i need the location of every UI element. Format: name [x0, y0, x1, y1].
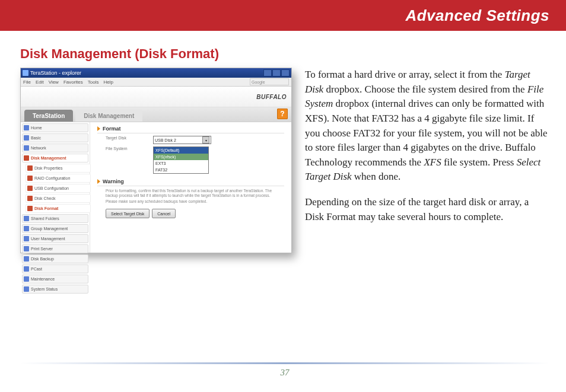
window-titlebar: TeraStation - explorer	[21, 68, 291, 78]
body-text: To format a hard drive or array, select …	[305, 68, 549, 253]
sidebar-item-disk-properties[interactable]: Disk Properties	[26, 164, 91, 173]
disk-icon	[27, 176, 33, 181]
search-box[interactable]: Google	[250, 78, 289, 85]
sidebar-item-home[interactable]: Home	[22, 123, 88, 132]
target-disk-label: Target Disk	[106, 136, 153, 140]
close-button[interactable]	[281, 69, 290, 77]
sidebar-item-label: System Status	[31, 287, 58, 291]
folder-icon	[24, 246, 29, 251]
sidebar-item-pcast[interactable]: PCast	[22, 264, 88, 273]
button-row: Select Target Disk Cancel	[106, 209, 284, 218]
sidebar-item-disk-management[interactable]: Disk Management	[22, 154, 88, 162]
page-number: 37	[20, 368, 549, 378]
folder-icon	[24, 145, 29, 151]
row-target-disk: Target Disk USB Disk 2 ▾	[106, 136, 284, 144]
main-pane: Format Target Disk USB Disk 2 ▾ File Sys…	[90, 122, 291, 253]
sidebar-item-label: Print Server	[31, 247, 53, 251]
folder-icon	[24, 125, 29, 130]
footer-rule	[20, 362, 549, 364]
sidebar-item-disk-backup[interactable]: Disk Backup	[22, 254, 88, 263]
text: dropbox. Choose the file system desired …	[323, 84, 527, 95]
disk-icon	[27, 186, 33, 191]
folder-icon	[24, 256, 29, 262]
cancel-button[interactable]: Cancel	[152, 209, 176, 218]
menu-edit[interactable]: Edit	[36, 79, 44, 85]
section-warning-header: Warning	[97, 179, 284, 186]
text: when done.	[352, 171, 401, 182]
section-format-header: Format	[97, 126, 284, 133]
warning-text-2: Please make sure any scheduled backups h…	[106, 199, 284, 204]
disk-icon	[27, 206, 33, 211]
chevron-down-icon: ▾	[202, 136, 209, 144]
sidebar-item-label: Group Management	[31, 227, 68, 231]
file-system-select[interactable]: XFS(Default) XFS(xfsck) EXT3 FAT32	[153, 146, 209, 174]
disk-icon	[27, 165, 33, 171]
select-target-disk-button[interactable]: Select Target Disk	[106, 209, 150, 218]
sidebar-item-label: RAID Configuration	[34, 176, 70, 180]
target-disk-select[interactable]: USB Disk 2 ▾	[153, 136, 211, 144]
sidebar-item-label: Disk Format	[34, 206, 58, 211]
sidebar-item-label: Disk Properties	[34, 166, 62, 170]
maximize-button[interactable]	[272, 69, 281, 77]
app-icon	[23, 70, 28, 76]
sidebar-item-label: Disk Backup	[31, 257, 54, 261]
menu-file[interactable]: File	[23, 79, 31, 85]
sidebar-item-system-status[interactable]: System Status	[22, 285, 88, 294]
folder-icon	[24, 276, 29, 282]
sidebar-item-label: Disk Management	[31, 156, 66, 160]
fs-option-xfs-default[interactable]: XFS(Default)	[154, 147, 208, 154]
content-row: TeraStation - explorer File Edit View Fa…	[0, 68, 566, 253]
arrow-icon	[97, 126, 100, 131]
menu-view[interactable]: View	[49, 79, 59, 85]
minimize-button[interactable]	[263, 69, 272, 77]
target-disk-value: USB Disk 2	[155, 138, 176, 142]
window-title: TeraStation - explorer	[30, 70, 81, 76]
emphasis-xfs: XFS	[424, 157, 441, 168]
fs-option-xfs-xfsck[interactable]: XFS(xfsck)	[154, 154, 208, 160]
sidebar-item-maintenance[interactable]: Maintenance	[22, 275, 88, 283]
breadcrumb-disk-management: Disk Management	[75, 110, 142, 122]
sidebar-item-disk-check[interactable]: Disk Check	[26, 194, 91, 203]
menu-tools[interactable]: Tools	[88, 79, 99, 85]
screenshot-frame: TeraStation - explorer File Edit View Fa…	[20, 68, 292, 253]
sidebar-item-user-management[interactable]: User Management	[22, 234, 88, 243]
paragraph-1: To format a hard drive or array, select …	[305, 68, 549, 184]
page-footer: 37	[20, 362, 549, 378]
folder-icon	[24, 286, 29, 292]
sidebar-item-basic[interactable]: Basic	[22, 133, 88, 142]
fs-option-ext3[interactable]: EXT3	[154, 160, 208, 167]
text: To format a hard drive or array, select …	[305, 69, 505, 80]
sidebar-item-label: Home	[31, 126, 42, 130]
row-file-system: File System XFS(Default) XFS(xfsck) EXT3…	[106, 146, 284, 174]
folder-icon	[24, 135, 29, 141]
sidebar-item-usb-config[interactable]: USB Configuration	[26, 184, 91, 193]
disk-icon	[27, 196, 33, 201]
banner-title: Advanced Settings	[405, 7, 549, 25]
disk-icon	[24, 155, 29, 161]
folder-icon	[24, 266, 29, 272]
app-body: Home Basic Network Disk Management Disk …	[21, 122, 291, 253]
menu-help[interactable]: Help	[103, 79, 113, 85]
sidebar-item-shared-folders[interactable]: Shared Folders	[22, 214, 88, 223]
sidebar-item-label: USB Configuration	[34, 186, 69, 190]
section-title: Disk Management (Disk Format)	[20, 46, 566, 62]
sidebar-item-print-server[interactable]: Print Server	[22, 244, 88, 253]
section-format-label: Format	[103, 126, 121, 132]
brand-logo: BUFFALO	[256, 94, 287, 100]
sidebar-item-raid-config[interactable]: RAID Configuration	[26, 174, 91, 183]
header-banner: Advanced Settings	[0, 0, 566, 31]
sidebar-item-network[interactable]: Network	[22, 144, 88, 152]
fs-option-fat32[interactable]: FAT32	[154, 167, 208, 173]
sidebar-item-group-management[interactable]: Group Management	[22, 224, 88, 233]
paragraph-2: Depending on the size of the target hard…	[305, 195, 549, 224]
help-icon[interactable]: ?	[277, 109, 288, 119]
warning-text-1: Prior to formatting, confirm that this T…	[106, 189, 284, 198]
menu-favorites[interactable]: Favorites	[63, 79, 83, 85]
menu-bar: File Edit View Favorites Tools Help Goog…	[21, 78, 291, 87]
sidebar-item-disk-format[interactable]: Disk Format	[26, 204, 91, 213]
sidebar-item-label: PCast	[31, 267, 42, 271]
text: file system. Press	[441, 157, 517, 168]
tab-terastation[interactable]: TeraStation	[24, 110, 73, 122]
tab-row: TeraStation Disk Management ?	[21, 107, 291, 122]
file-system-label: File System	[106, 146, 153, 151]
